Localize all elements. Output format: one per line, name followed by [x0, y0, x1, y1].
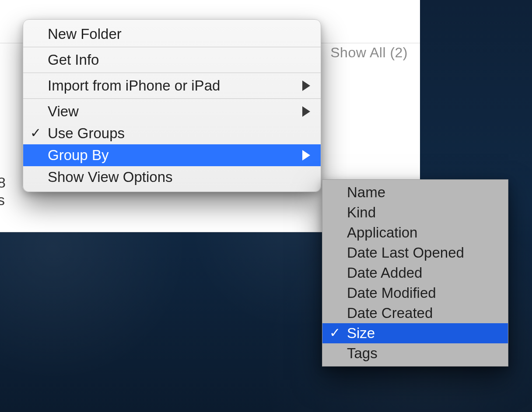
triangle-right-icon — [302, 106, 310, 117]
submenu-name[interactable]: Name — [322, 182, 508, 203]
menu-import[interactable]: Import from iPhone or iPad — [23, 75, 321, 97]
checkmark-icon: ✓ — [30, 126, 41, 140]
submenu-tags-label: Tags — [347, 345, 378, 362]
context-menu: New Folder Get Info Import from iPhone o… — [23, 19, 321, 192]
menu-new-folder[interactable]: New Folder — [23, 23, 321, 45]
group-by-submenu: Name Kind Application Date Last Opened D… — [322, 179, 508, 367]
submenu-date-created-label: Date Created — [347, 305, 433, 321]
submenu-application[interactable]: Application — [322, 223, 508, 243]
submenu-tags[interactable]: Tags — [322, 343, 508, 363]
menu-separator — [23, 98, 321, 99]
menu-show-view-options-label: Show View Options — [48, 169, 173, 185]
menu-new-folder-label: New Folder — [48, 26, 122, 42]
submenu-date-last-opened-label: Date Last Opened — [347, 244, 464, 261]
submenu-date-modified-label: Date Modified — [347, 285, 436, 301]
submenu-application-label: Application — [347, 224, 417, 241]
show-all-label: Show All — [330, 45, 386, 60]
submenu-kind[interactable]: Kind — [322, 203, 508, 223]
submenu-date-last-opened[interactable]: Date Last Opened — [322, 243, 508, 263]
submenu-kind-label: Kind — [347, 204, 376, 221]
menu-view[interactable]: View — [23, 101, 321, 122]
menu-use-groups-label: Use Groups — [48, 125, 125, 142]
partial-text-bottom: s — [0, 192, 5, 209]
menu-import-label: Import from iPhone or iPad — [48, 77, 220, 94]
submenu-date-added[interactable]: Date Added — [322, 263, 508, 283]
menu-group-by-label: Group By — [48, 147, 108, 164]
partial-text-top: 8 — [0, 174, 6, 191]
checkmark-icon: ✓ — [329, 326, 340, 339]
menu-separator — [23, 47, 321, 47]
submenu-date-created[interactable]: Date Created — [322, 303, 508, 323]
menu-separator — [23, 73, 321, 73]
menu-get-info-label: Get Info — [48, 52, 99, 68]
menu-group-by[interactable]: Group By — [23, 144, 321, 166]
menu-use-groups[interactable]: ✓ Use Groups — [23, 122, 321, 144]
submenu-name-label: Name — [347, 184, 385, 201]
show-all-count-open: ( — [390, 45, 395, 60]
submenu-size[interactable]: ✓ Size — [322, 323, 508, 343]
menu-get-info[interactable]: Get Info — [23, 49, 321, 71]
triangle-right-icon — [302, 150, 310, 161]
triangle-right-icon — [302, 80, 310, 91]
submenu-size-label: Size — [347, 325, 375, 342]
submenu-date-modified[interactable]: Date Modified — [322, 283, 508, 303]
show-all-count: 2 — [395, 45, 403, 60]
submenu-date-added-label: Date Added — [347, 265, 422, 281]
show-all-button[interactable]: Show All (2) — [330, 45, 408, 61]
desktop-background: Show All (2) 8 s New Folder Get Info Imp… — [0, 0, 532, 412]
show-all-count-close: ) — [403, 45, 408, 60]
menu-show-view-options[interactable]: Show View Options — [23, 166, 321, 188]
menu-view-label: View — [48, 103, 79, 120]
